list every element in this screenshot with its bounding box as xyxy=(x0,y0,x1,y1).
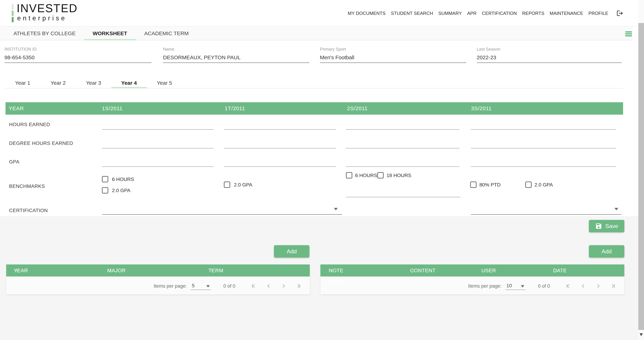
hamburger-bar xyxy=(625,35,632,36)
gpa-input-term4[interactable] xyxy=(471,157,616,167)
logo-bars-icon xyxy=(12,4,14,23)
dropdown-arrow-icon xyxy=(334,208,338,210)
sort-asc-icon: ↑ xyxy=(555,264,558,277)
majors-page-size-select[interactable]: 5 xyxy=(191,282,211,290)
last-season-field: Last Season 2022-23 xyxy=(477,47,622,63)
nav-certification[interactable]: CERTIFICATION xyxy=(482,11,517,16)
hours-earned-input-term4[interactable] xyxy=(471,120,616,130)
majors-pagination-controls xyxy=(250,283,302,289)
nav-maintenance[interactable]: MAINTENANCE xyxy=(550,11,583,16)
add-note-button[interactable]: Add xyxy=(589,245,624,258)
nav-student-search[interactable]: STUDENT SEARCH xyxy=(391,11,433,16)
tab-label: ACADEMIC TERM xyxy=(144,30,189,36)
nav-apr[interactable]: APR xyxy=(467,11,476,16)
sort-asc-icon: ↑ xyxy=(109,264,112,277)
main-nav: MY DOCUMENTS STUDENT SEARCH SUMMARY APR … xyxy=(348,0,624,26)
benchmark-checkbox-term2-gpa[interactable] xyxy=(224,181,230,188)
tab-year-4[interactable]: Year 4 xyxy=(111,78,147,88)
worksheet-col-term4: 3S/2011 xyxy=(471,102,492,115)
chevron-right-icon[interactable] xyxy=(280,283,287,289)
nav-profile[interactable]: PROFILE xyxy=(588,11,608,16)
benchmark-checkbox-term4-gpa[interactable] xyxy=(525,181,532,188)
tab-year-2[interactable]: Year 2 xyxy=(40,78,76,88)
degree-hours-input-term1[interactable] xyxy=(102,139,214,149)
certification-select-term1[interactable] xyxy=(102,205,342,215)
first-page-icon[interactable] xyxy=(250,283,257,289)
hamburger-bar xyxy=(625,31,632,32)
year-tab-label: Year 4 xyxy=(121,80,137,86)
majors-table: YEAR↑ MAJOR↑ TERM↑ Items per page: 5 0 o… xyxy=(6,264,310,295)
nav-my-documents[interactable]: MY DOCUMENTS xyxy=(348,11,386,16)
nav-reports[interactable]: REPORTS xyxy=(522,11,544,16)
hours-earned-input-term1[interactable] xyxy=(102,120,214,130)
logout-icon[interactable] xyxy=(616,9,624,17)
certification-select-term4[interactable] xyxy=(471,205,622,215)
benchmark-checkbox-term4-ptd[interactable] xyxy=(470,181,476,188)
benchmark-checkbox-term1-6-hours[interactable] xyxy=(102,176,108,182)
chevron-left-icon[interactable] xyxy=(580,283,586,289)
notes-pagination-controls xyxy=(565,283,616,289)
hamburger-menu-icon[interactable] xyxy=(625,31,632,37)
add-note-label: Add xyxy=(602,248,612,255)
chevron-right-icon[interactable] xyxy=(595,283,601,289)
floppy-disk-icon xyxy=(595,222,602,230)
tab-athletes-by-college[interactable]: ATHLETES BY COLLEGE xyxy=(5,26,84,40)
name-value[interactable]: DESORMEAUX, PEYTON PAUL xyxy=(163,54,310,63)
majors-table-header: YEAR↑ MAJOR↑ TERM↑ xyxy=(6,264,310,277)
majors-paginator: Items per page: 5 0 of 0 xyxy=(6,278,310,295)
benchmark-input-term3[interactable] xyxy=(346,187,460,197)
row-label-degree-hours-earned: DEGREE HOURS EARNED xyxy=(9,141,73,146)
bottom-section: Save Add Add YEAR↑ MAJOR↑ TERM↑ Items pe… xyxy=(0,216,644,340)
last-season-value[interactable]: 2022-23 xyxy=(477,54,622,63)
last-page-icon[interactable] xyxy=(610,283,616,289)
chevron-left-icon[interactable] xyxy=(266,283,272,289)
benchmark-label-term4-ptd: 80% PTD xyxy=(479,182,501,188)
tab-year-5[interactable]: Year 5 xyxy=(147,78,182,88)
tab-label: WORKSHEET xyxy=(93,30,127,36)
active-tab-underline xyxy=(84,39,136,40)
row-label-certification: CERTIFICATION xyxy=(9,208,48,213)
benchmark-label-term3-6-hours: 6 HOURS xyxy=(355,173,377,178)
gpa-input-term1[interactable] xyxy=(102,157,214,167)
notes-table-header: NOTE TYPE↑ CONTENT↑ USER ID↑ DATE↑ xyxy=(320,264,624,277)
last-season-label: Last Season xyxy=(477,47,622,52)
institution-id-label: INSTITUTION ID xyxy=(4,47,152,52)
page-size-value: 5 xyxy=(192,283,194,289)
tab-academic-term[interactable]: ACADEMIC TERM xyxy=(136,26,197,40)
degree-hours-input-term2[interactable] xyxy=(224,139,336,149)
row-label-benchmarks: BENCHMARKS xyxy=(9,183,45,189)
benchmark-checkbox-term3-18-hours[interactable] xyxy=(377,172,384,178)
add-major-button[interactable]: Add xyxy=(274,245,310,258)
page-scrollbar xyxy=(638,0,644,340)
sort-asc-icon: ↑ xyxy=(412,264,414,277)
notes-page-size-select[interactable]: 10 xyxy=(505,282,526,290)
scrollbar-thumb[interactable] xyxy=(638,23,644,330)
benchmark-checkbox-term1-gpa[interactable] xyxy=(102,187,108,193)
add-major-label: Add xyxy=(287,248,297,255)
hours-earned-input-term3[interactable] xyxy=(346,120,459,130)
tab-worksheet[interactable]: WORKSHEET xyxy=(84,26,136,40)
worksheet-col-term3: 2S/2011 xyxy=(347,102,368,115)
degree-hours-input-term4[interactable] xyxy=(471,139,616,149)
scrollbar-down-arrow-icon[interactable] xyxy=(640,333,643,336)
save-button[interactable]: Save xyxy=(589,220,624,232)
tab-year-1[interactable]: Year 1 xyxy=(5,78,40,88)
degree-hours-input-term3[interactable] xyxy=(346,139,459,149)
primary-sport-value[interactable]: Men's Football xyxy=(320,54,466,63)
tab-year-3[interactable]: Year 3 xyxy=(76,78,111,88)
first-page-icon[interactable] xyxy=(565,283,572,289)
name-field: Name DESORMEAUX, PEYTON PAUL xyxy=(163,47,310,63)
gpa-input-term2[interactable] xyxy=(224,157,336,167)
gpa-input-term3[interactable] xyxy=(346,157,459,167)
student-info-section: INSTITUTION ID 98-654-5350 Name DESORMEA… xyxy=(0,40,644,78)
row-label-gpa: GPA xyxy=(9,159,20,165)
row-label-hours-earned: HOURS EARNED xyxy=(9,122,50,127)
year-tab-label: Year 5 xyxy=(157,80,172,86)
institution-id-value[interactable]: 98-654-5350 xyxy=(4,54,152,63)
last-page-icon[interactable] xyxy=(295,283,302,289)
nav-summary[interactable]: SUMMARY xyxy=(438,11,462,16)
year-tab-label: Year 1 xyxy=(15,80,30,86)
sort-asc-icon: ↑ xyxy=(483,264,486,277)
hours-earned-input-term2[interactable] xyxy=(224,120,336,130)
benchmark-checkbox-term3-6-hours[interactable] xyxy=(346,172,352,178)
